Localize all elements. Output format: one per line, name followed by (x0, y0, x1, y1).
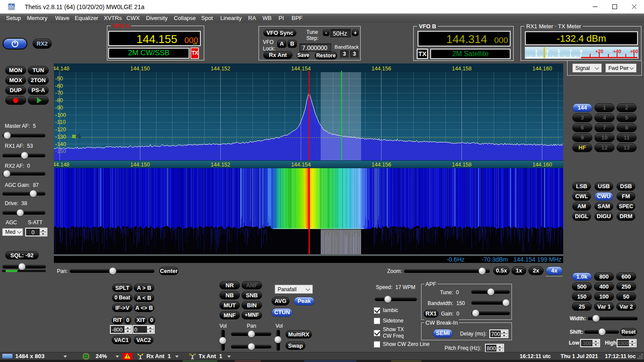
svg-text:144.150: 144.150 (130, 66, 150, 72)
svg-text:-90: -90 (55, 105, 63, 111)
svg-text:5: 5 (558, 49, 560, 54)
svg-text:3: 3 (546, 49, 548, 54)
svg-text:144.156: 144.156 (372, 162, 391, 168)
svg-text:-50: -50 (55, 76, 63, 82)
svg-text:144.152: 144.152 (211, 66, 230, 72)
svg-text:144.148: 144.148 (54, 162, 70, 168)
svg-text:-0.6Hz: -0.6Hz (447, 256, 465, 263)
svg-text:-110: -110 (55, 119, 66, 125)
svg-text:1: 1 (535, 49, 538, 54)
svg-text:144.152: 144.152 (211, 162, 230, 168)
svg-text:-G: -G (76, 134, 81, 139)
svg-text:-80: -80 (55, 97, 63, 103)
svg-text:-150: -150 (55, 148, 66, 154)
svg-text:-120: -120 (55, 126, 66, 133)
svg-text:-60: -60 (55, 83, 63, 89)
svg-text:-100: -100 (55, 112, 66, 118)
svg-text:144.156: 144.156 (372, 66, 391, 72)
svg-text:144.154 199 MHz: 144.154 199 MHz (513, 256, 561, 263)
svg-text:144.160: 144.160 (532, 66, 552, 72)
svg-text:-70: -70 (55, 90, 63, 96)
svg-text:144.158: 144.158 (452, 162, 471, 168)
svg-text:-70.3dBm: -70.3dBm (481, 256, 508, 263)
svg-text:144.154: 144.154 (291, 66, 311, 72)
svg-text:144.150: 144.150 (130, 162, 150, 168)
svg-text:9: 9 (580, 49, 582, 54)
svg-text:144.148: 144.148 (54, 66, 70, 72)
svg-text:-130: -130 (55, 134, 66, 140)
svg-text:-140: -140 (55, 141, 66, 147)
svg-text:7: 7 (569, 49, 572, 54)
svg-text:144.154: 144.154 (291, 162, 311, 168)
svg-text:144.158: 144.158 (452, 66, 471, 72)
svg-text:144.160: 144.160 (532, 162, 552, 168)
